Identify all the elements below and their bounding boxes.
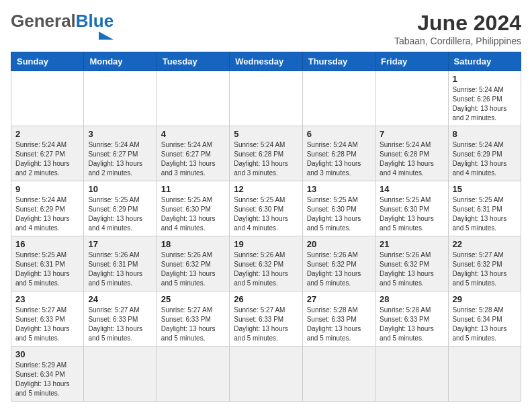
day-info: Sunrise: 5:28 AM Sunset: 6:33 PM Dayligh…: [307, 306, 371, 343]
day-number: 20: [307, 239, 371, 249]
calendar-cell: 30Sunrise: 5:29 AM Sunset: 6:34 PM Dayli…: [11, 347, 84, 402]
weekday-header-wednesday: Wednesday: [230, 52, 302, 71]
weekday-header-monday: Monday: [84, 52, 157, 71]
day-number: 25: [161, 294, 225, 304]
calendar-cell: 8Sunrise: 5:24 AM Sunset: 6:29 PM Daylig…: [448, 126, 521, 181]
calendar-cell: 20Sunrise: 5:26 AM Sunset: 6:32 PM Dayli…: [302, 236, 375, 291]
weekday-header-saturday: Saturday: [448, 52, 521, 71]
calendar-cell: 25Sunrise: 5:27 AM Sunset: 6:33 PM Dayli…: [157, 291, 229, 347]
day-info: Sunrise: 5:26 AM Sunset: 6:32 PM Dayligh…: [161, 250, 225, 288]
calendar-cell: 23Sunrise: 5:27 AM Sunset: 6:33 PM Dayli…: [11, 291, 84, 347]
day-number: 8: [453, 129, 517, 139]
day-number: 11: [161, 184, 225, 194]
day-number: 21: [380, 239, 443, 249]
logo-triangle-icon: [99, 32, 114, 40]
calendar-cell: 1Sunrise: 5:24 AM Sunset: 6:26 PM Daylig…: [448, 71, 521, 126]
day-number: 28: [380, 294, 443, 304]
day-info: Sunrise: 5:24 AM Sunset: 6:29 PM Dayligh…: [15, 195, 79, 233]
calendar-cell: 22Sunrise: 5:27 AM Sunset: 6:32 PM Dayli…: [448, 236, 521, 291]
calendar-cell: 11Sunrise: 5:25 AM Sunset: 6:30 PM Dayli…: [157, 181, 229, 236]
logo-general-text: General: [11, 11, 76, 32]
calendar-cell: 5Sunrise: 5:24 AM Sunset: 6:28 PM Daylig…: [230, 126, 302, 181]
day-info: Sunrise: 5:28 AM Sunset: 6:34 PM Dayligh…: [453, 306, 517, 343]
calendar-cell: 21Sunrise: 5:26 AM Sunset: 6:32 PM Dayli…: [375, 236, 448, 291]
weekday-header-friday: Friday: [375, 52, 448, 71]
day-number: 10: [88, 184, 152, 194]
day-info: Sunrise: 5:25 AM Sunset: 6:30 PM Dayligh…: [161, 195, 225, 233]
day-number: 7: [380, 129, 443, 139]
calendar-week-row: 16Sunrise: 5:25 AM Sunset: 6:31 PM Dayli…: [11, 236, 521, 291]
day-info: Sunrise: 5:25 AM Sunset: 6:30 PM Dayligh…: [234, 195, 298, 233]
page-container: General Blue June 2024 Tabaan, Cordiller…: [11, 11, 521, 402]
calendar-cell: 9Sunrise: 5:24 AM Sunset: 6:29 PM Daylig…: [11, 181, 84, 236]
right-header: June 2024 Tabaan, Cordillera, Philippine…: [394, 11, 521, 46]
header: General Blue June 2024 Tabaan, Cordiller…: [11, 11, 521, 46]
day-info: Sunrise: 5:25 AM Sunset: 6:29 PM Dayligh…: [88, 195, 152, 233]
calendar-cell: [230, 347, 302, 402]
calendar-cell: 27Sunrise: 5:28 AM Sunset: 6:33 PM Dayli…: [302, 291, 375, 347]
calendar-cell: 26Sunrise: 5:27 AM Sunset: 6:33 PM Dayli…: [230, 291, 302, 347]
day-info: Sunrise: 5:24 AM Sunset: 6:26 PM Dayligh…: [453, 85, 517, 123]
calendar-cell: [230, 71, 302, 126]
day-info: Sunrise: 5:24 AM Sunset: 6:28 PM Dayligh…: [380, 140, 443, 178]
calendar-cell: [375, 71, 448, 126]
day-info: Sunrise: 5:25 AM Sunset: 6:30 PM Dayligh…: [380, 195, 443, 233]
calendar-cell: 17Sunrise: 5:26 AM Sunset: 6:31 PM Dayli…: [84, 236, 157, 291]
weekday-header-tuesday: Tuesday: [157, 52, 229, 71]
calendar-week-row: 9Sunrise: 5:24 AM Sunset: 6:29 PM Daylig…: [11, 181, 521, 236]
calendar-cell: 12Sunrise: 5:25 AM Sunset: 6:30 PM Dayli…: [230, 181, 302, 236]
day-info: Sunrise: 5:27 AM Sunset: 6:33 PM Dayligh…: [88, 306, 152, 343]
calendar-cell: 24Sunrise: 5:27 AM Sunset: 6:33 PM Dayli…: [84, 291, 157, 347]
day-info: Sunrise: 5:24 AM Sunset: 6:27 PM Dayligh…: [15, 140, 79, 178]
day-number: 13: [307, 184, 371, 194]
day-number: 15: [453, 184, 517, 194]
calendar-cell: 13Sunrise: 5:25 AM Sunset: 6:30 PM Dayli…: [302, 181, 375, 236]
day-number: 6: [307, 129, 371, 139]
day-number: 3: [88, 129, 152, 139]
day-number: 29: [453, 294, 517, 304]
calendar-cell: 4Sunrise: 5:24 AM Sunset: 6:27 PM Daylig…: [157, 126, 229, 181]
day-number: 19: [234, 239, 298, 249]
day-info: Sunrise: 5:25 AM Sunset: 6:31 PM Dayligh…: [453, 195, 517, 233]
calendar-week-row: 1Sunrise: 5:24 AM Sunset: 6:26 PM Daylig…: [11, 71, 521, 126]
month-title: June 2024: [394, 11, 521, 36]
calendar-week-row: 30Sunrise: 5:29 AM Sunset: 6:34 PM Dayli…: [11, 347, 521, 402]
day-number: 9: [15, 184, 79, 194]
day-number: 16: [15, 239, 79, 249]
calendar-cell: 2Sunrise: 5:24 AM Sunset: 6:27 PM Daylig…: [11, 126, 84, 181]
weekday-header-row: SundayMondayTuesdayWednesdayThursdayFrid…: [11, 52, 521, 71]
day-info: Sunrise: 5:24 AM Sunset: 6:29 PM Dayligh…: [453, 140, 517, 178]
day-number: 23: [15, 294, 79, 304]
day-number: 14: [380, 184, 443, 194]
calendar-table: SundayMondayTuesdayWednesdayThursdayFrid…: [11, 52, 521, 402]
day-number: 27: [307, 294, 371, 304]
day-info: Sunrise: 5:26 AM Sunset: 6:31 PM Dayligh…: [88, 250, 152, 288]
day-info: Sunrise: 5:26 AM Sunset: 6:32 PM Dayligh…: [380, 250, 443, 288]
calendar-cell: 15Sunrise: 5:25 AM Sunset: 6:31 PM Dayli…: [448, 181, 521, 236]
day-number: 26: [234, 294, 298, 304]
logo-area: General Blue: [11, 11, 114, 40]
day-number: 2: [15, 129, 79, 139]
weekday-header-thursday: Thursday: [302, 52, 375, 71]
calendar-cell: 19Sunrise: 5:26 AM Sunset: 6:32 PM Dayli…: [230, 236, 302, 291]
calendar-cell: [157, 347, 229, 402]
calendar-cell: 6Sunrise: 5:24 AM Sunset: 6:28 PM Daylig…: [302, 126, 375, 181]
day-number: 1: [453, 74, 517, 84]
day-info: Sunrise: 5:26 AM Sunset: 6:32 PM Dayligh…: [234, 250, 298, 288]
calendar-week-row: 2Sunrise: 5:24 AM Sunset: 6:27 PM Daylig…: [11, 126, 521, 181]
calendar-cell: 14Sunrise: 5:25 AM Sunset: 6:30 PM Dayli…: [375, 181, 448, 236]
calendar-cell: 28Sunrise: 5:28 AM Sunset: 6:33 PM Dayli…: [375, 291, 448, 347]
calendar-cell: [448, 347, 521, 402]
day-info: Sunrise: 5:28 AM Sunset: 6:33 PM Dayligh…: [380, 306, 443, 343]
day-number: 4: [161, 129, 225, 139]
day-number: 12: [234, 184, 298, 194]
location-title: Tabaan, Cordillera, Philippines: [394, 36, 521, 46]
day-info: Sunrise: 5:27 AM Sunset: 6:33 PM Dayligh…: [15, 306, 79, 343]
day-number: 24: [88, 294, 152, 304]
calendar-cell: [84, 71, 157, 126]
calendar-cell: [11, 71, 84, 126]
day-info: Sunrise: 5:24 AM Sunset: 6:28 PM Dayligh…: [307, 140, 371, 178]
calendar-week-row: 23Sunrise: 5:27 AM Sunset: 6:33 PM Dayli…: [11, 291, 521, 347]
calendar-cell: 16Sunrise: 5:25 AM Sunset: 6:31 PM Dayli…: [11, 236, 84, 291]
calendar-cell: 3Sunrise: 5:24 AM Sunset: 6:27 PM Daylig…: [84, 126, 157, 181]
